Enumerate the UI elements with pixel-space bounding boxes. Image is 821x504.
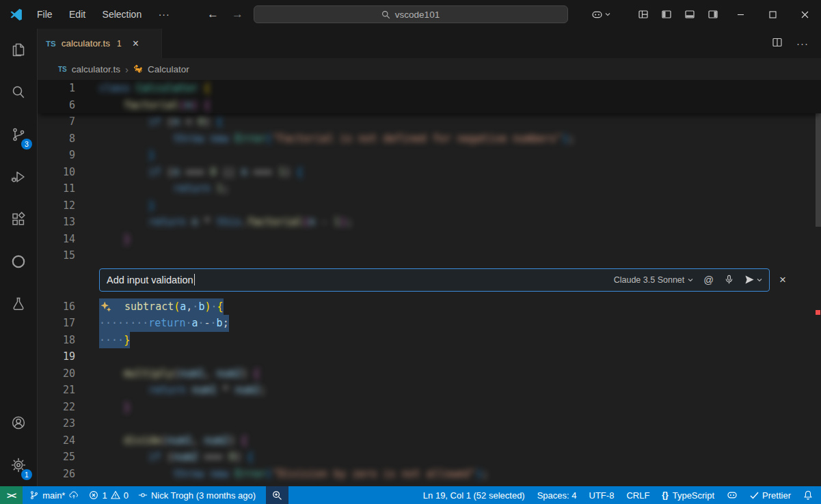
- line-number: 14: [38, 231, 75, 248]
- code-token: Calculator: [136, 82, 198, 94]
- code-line-25[interactable]: 25 if (num2 === 0) {: [38, 449, 821, 466]
- title-bar: File Edit Selection ··· ← → vscode101: [0, 0, 821, 29]
- code-token: ): [340, 216, 346, 228]
- code-line-26[interactable]: 26 throw new Error("Division by zero is …: [38, 466, 821, 483]
- code-line-24[interactable]: 24 divide(num1, num2) {: [38, 432, 821, 449]
- code-token: (: [161, 115, 173, 128]
- inline-chat-input-text: Add input validation: [107, 275, 193, 285]
- menu-selection[interactable]: Selection: [96, 9, 149, 20]
- close-button[interactable]: [789, 0, 821, 29]
- maximize-button[interactable]: [757, 0, 789, 29]
- inline-chat-close-button[interactable]: ×: [772, 273, 793, 287]
- menu-more-button[interactable]: ···: [152, 9, 177, 20]
- github-icon: [10, 253, 27, 270]
- code-token: if: [148, 115, 161, 128]
- scrollbar-thumb[interactable]: [816, 100, 821, 227]
- editor-more-actions-button[interactable]: ···: [796, 38, 809, 49]
- copilot-menu-button[interactable]: [585, 0, 617, 29]
- code-line-20[interactable]: 20 multiply(num1, num2) {: [38, 365, 821, 382]
- code-line-8[interactable]: 8 throw new Error("Factorial is not defi…: [38, 130, 821, 148]
- menu-edit[interactable]: Edit: [62, 9, 92, 20]
- inline-chat-input[interactable]: Add input validation: [107, 274, 195, 285]
- microphone-button[interactable]: [724, 275, 734, 285]
- activity-item-explorer[interactable]: [0, 29, 37, 71]
- tab-close-button[interactable]: ×: [133, 38, 139, 49]
- line-number: 22: [38, 399, 75, 416]
- attach-context-button[interactable]: @: [703, 275, 714, 285]
- activity-item-source-control[interactable]: 3: [0, 113, 37, 156]
- back-button[interactable]: ←: [207, 0, 219, 29]
- inline-chat-sparkle-icon[interactable]: [99, 298, 124, 316]
- code-line-1[interactable]: 1class Calculator {: [38, 80, 821, 97]
- forward-button[interactable]: →: [232, 0, 243, 29]
- model-picker-button[interactable]: Claude 3.5 Sonnet: [614, 275, 694, 285]
- activity-item-testing[interactable]: [0, 283, 37, 325]
- activity-item-extensions[interactable]: [0, 198, 37, 240]
- line-content: }: [99, 197, 154, 214]
- zoom-indicator[interactable]: [266, 486, 288, 504]
- minimize-button[interactable]: [725, 0, 757, 29]
- activity-item-run-debug[interactable]: [0, 156, 37, 198]
- toggle-primary-sidebar-button[interactable]: [655, 0, 678, 29]
- breadcrumb-file[interactable]: calculator.ts: [72, 64, 120, 74]
- code-line-14[interactable]: 14 }: [38, 231, 821, 248]
- code-line-23[interactable]: 23: [38, 415, 821, 432]
- code-line-13[interactable]: 13 return n * this.factorial(n - 1);: [38, 214, 821, 231]
- tab-calculator-ts[interactable]: TS calculator.ts 1 ×: [38, 29, 162, 58]
- send-button[interactable]: [744, 275, 762, 285]
- code-line-19[interactable]: 19: [38, 348, 821, 365]
- formatter-status[interactable]: Prettier: [745, 486, 796, 504]
- code-line-22[interactable]: 22 }: [38, 399, 821, 416]
- code-token: class: [99, 82, 130, 94]
- code-token: divide: [124, 434, 161, 447]
- code-line-16[interactable]: 16subtract(a,·b)·{: [38, 298, 821, 316]
- menu-bar: File Edit Selection ···: [30, 8, 177, 20]
- toggle-secondary-sidebar-button[interactable]: [701, 0, 725, 29]
- cursor-position-status[interactable]: Ln 19, Col 1 (52 selected): [418, 486, 530, 504]
- language-status[interactable]: {} TypeScript: [657, 486, 719, 504]
- indentation-status[interactable]: Spaces: 4: [533, 486, 582, 504]
- encoding-status[interactable]: UTF-8: [584, 486, 619, 504]
- code-line-18[interactable]: 18····}: [38, 332, 821, 349]
- split-editor-button[interactable]: [772, 37, 783, 51]
- copilot-status[interactable]: [722, 486, 742, 504]
- code-line-15[interactable]: 15: [38, 247, 821, 264]
- eol-status[interactable]: CRLF: [621, 486, 654, 504]
- code-token: ;: [223, 317, 229, 329]
- notifications-bell[interactable]: [798, 486, 818, 504]
- activity-item-settings[interactable]: 1: [0, 444, 37, 486]
- code-line-10[interactable]: 10 if (n === 0 || n === 1) {: [38, 164, 821, 181]
- code-line-17[interactable]: 17········return·a·-·b;: [38, 315, 821, 332]
- line-content: return num1 * num2;: [99, 382, 266, 399]
- code-line-6[interactable]: 6 factorial(n) {: [38, 97, 821, 114]
- code-editor[interactable]: 1class Calculator {6 factorial(n) { 7 if…: [38, 80, 821, 486]
- code-line-12[interactable]: 12 }: [38, 197, 821, 214]
- code-line-11[interactable]: 11 return 1;: [38, 180, 821, 197]
- code-token: [130, 82, 136, 94]
- activity-item-search[interactable]: [0, 71, 37, 113]
- branch-status[interactable]: main*: [25, 486, 84, 504]
- git-blame-status[interactable]: Nick Trogh (3 months ago): [133, 486, 260, 504]
- inline-chat-row: Add input validation Claude 3.5 Sonnet @: [99, 268, 793, 292]
- command-center-search[interactable]: vscode101: [254, 5, 568, 23]
- code-line-21[interactable]: 21 return num1 * num2;: [38, 382, 821, 399]
- line-content: if (num2 === 0) {: [99, 449, 254, 466]
- code-token: -: [204, 317, 211, 329]
- menu-file[interactable]: File: [30, 9, 59, 20]
- activity-item-github[interactable]: [0, 240, 37, 283]
- account-icon: [10, 415, 27, 431]
- code-token: ): [284, 166, 297, 178]
- code-line-7[interactable]: 7 if (n < 0) {: [38, 113, 821, 130]
- breadcrumb: TS calculator.ts › Calculator: [38, 58, 821, 80]
- customize-layout-button[interactable]: [632, 0, 655, 29]
- line-number: 17: [38, 315, 75, 332]
- toggle-panel-button[interactable]: [678, 0, 701, 29]
- breadcrumb-symbol[interactable]: Calculator: [148, 64, 189, 74]
- problems-status[interactable]: 1 0: [84, 486, 133, 504]
- activity-item-accounts[interactable]: [0, 402, 37, 444]
- code-line-9[interactable]: 9 }: [38, 147, 821, 164]
- code-token: new: [211, 468, 229, 480]
- remote-indicator[interactable]: ><: [0, 486, 23, 504]
- code-token: n: [191, 216, 198, 228]
- code-token: new: [211, 132, 229, 145]
